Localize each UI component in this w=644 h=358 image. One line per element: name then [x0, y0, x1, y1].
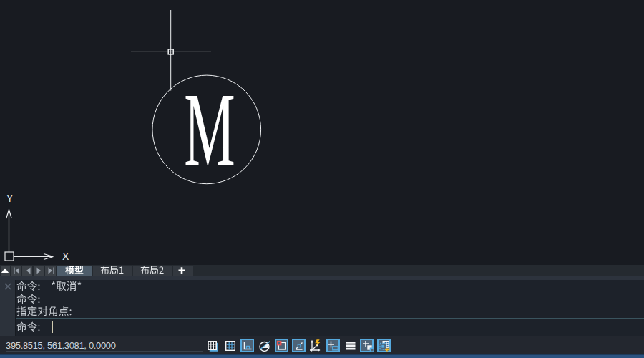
svg-text:Y: Y — [6, 193, 14, 204]
svg-text:X: X — [62, 251, 69, 262]
svg-text:M: M — [184, 72, 235, 187]
